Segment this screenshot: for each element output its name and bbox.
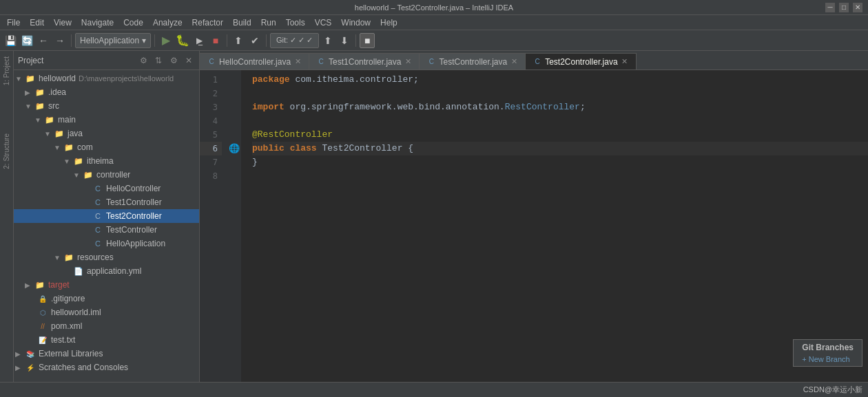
git-push-button[interactable]: ⬆: [320, 33, 335, 48]
tree-target[interactable]: ▶ 📁 target: [14, 278, 199, 292]
menu-file[interactable]: File: [3, 17, 24, 29]
menu-run[interactable]: Run: [257, 17, 280, 29]
tab-hello-controller[interactable]: C HelloController.java ✕: [200, 53, 309, 69]
forward-button[interactable]: →: [52, 33, 68, 48]
editor-content[interactable]: 1 2 3 4 5 6 7 8 🌐: [200, 70, 868, 382]
code-line-8: [252, 169, 868, 183]
tab-hello-controller-close[interactable]: ✕: [293, 58, 302, 66]
tree-hello-controller[interactable]: C HelloController: [14, 182, 199, 195]
code-line-7: }: [252, 155, 868, 169]
sp-restcontroller: RestController: [505, 100, 580, 114]
project-tool-button[interactable]: 1: Project: [1, 54, 12, 88]
tree-root[interactable]: ▼ 📁 helloworld D:\mavenprojects\hellowor…: [14, 72, 199, 85]
tree-itheima[interactable]: ▼ 📁 itheima: [14, 154, 199, 168]
tree-test-controller[interactable]: C TestController: [14, 223, 199, 237]
code-editor[interactable]: package com.itheima.controller; import o…: [241, 70, 868, 382]
ha-label: HelloApplication: [106, 239, 165, 248]
project-settings-button[interactable]: ⚙: [137, 54, 149, 67]
menu-bar: File Edit View Navigate Code Analyze Ref…: [0, 15, 868, 30]
debug-button[interactable]: 🐛: [175, 33, 190, 48]
git-icon: 🔒: [37, 293, 48, 304]
menu-navigate[interactable]: Navigate: [77, 17, 118, 29]
menu-edit[interactable]: Edit: [25, 17, 48, 29]
project-dropdown-label: HelloApplication: [80, 36, 139, 45]
maximize-button[interactable]: □: [839, 3, 849, 12]
sync-button[interactable]: 🔄: [19, 33, 34, 48]
tab-test2-close[interactable]: ✕: [621, 58, 629, 66]
tree-pom[interactable]: // pom.xml: [14, 319, 199, 333]
tree-test2-controller[interactable]: C Test2Controller: [14, 209, 199, 223]
tab-test1-close[interactable]: ✕: [404, 58, 412, 66]
controller-label: controller: [96, 170, 130, 180]
t1c-icon: C: [92, 197, 103, 208]
code-line-5: @RestController: [252, 128, 868, 142]
run-button[interactable]: ▶: [158, 33, 174, 48]
menu-refactor[interactable]: Refactor: [188, 17, 227, 29]
save-button[interactable]: 💾: [3, 33, 18, 48]
tab-test1-controller[interactable]: C Test1Controller.java ✕: [309, 53, 420, 69]
line-num-7: 7: [200, 155, 222, 169]
java-icon: 📁: [54, 128, 65, 139]
project-gear-button[interactable]: ⚙: [167, 54, 180, 67]
yml-icon: 📄: [73, 266, 84, 277]
structure-tool-button[interactable]: 2: Structure: [1, 131, 12, 172]
tree-gitignore[interactable]: 🔒 .gitignore: [14, 292, 199, 305]
tree-com[interactable]: ▼ 📁 com: [14, 140, 199, 154]
back-button[interactable]: ←: [36, 33, 51, 48]
target-arrow: ▶: [25, 281, 34, 289]
menu-help[interactable]: Help: [376, 17, 402, 29]
update-button[interactable]: ⬆: [231, 33, 246, 48]
tc-label: TestController: [106, 225, 157, 235]
minimize-button[interactable]: ─: [825, 3, 835, 12]
commit-button[interactable]: ✔: [247, 33, 262, 48]
itheima-arrow: ▼: [63, 158, 73, 165]
tab-test-controller[interactable]: C TestController.java ✕: [420, 53, 526, 69]
tree-external-libs[interactable]: ▶ 📚 External Libraries: [14, 347, 199, 361]
stop-button[interactable]: ■: [208, 33, 223, 48]
tree-test1-controller[interactable]: C Test1Controller: [14, 195, 199, 209]
iml-label: helloworld.iml: [51, 308, 101, 317]
tab-test-close[interactable]: ✕: [510, 58, 518, 66]
project-dropdown[interactable]: HelloApplication ▾: [75, 33, 151, 48]
menu-code[interactable]: Code: [119, 17, 147, 29]
git-pull-button[interactable]: ⬇: [337, 33, 352, 48]
tree-idea[interactable]: ▶ 📁 .idea: [14, 85, 199, 99]
toolbar-sep-2: [154, 34, 155, 47]
tree-test-txt[interactable]: 📝 test.txt: [14, 333, 199, 347]
tree-iml[interactable]: ⬡ helloworld.iml: [14, 305, 199, 319]
tree-application-yml[interactable]: 📄 application.yml: [14, 264, 199, 278]
controller-icon: 📁: [83, 169, 94, 180]
gutter-8: [227, 169, 241, 183]
status-watermark: CSDN@幸运小新: [803, 385, 862, 395]
project-panel: Project ⚙ ⇅ ⚙ ✕ ▼ 📁 helloworld D:\mavenp…: [14, 51, 200, 382]
menu-vcs[interactable]: VCS: [311, 17, 336, 29]
tree-scratches[interactable]: ▶ ⚡ Scratches and Consoles: [14, 361, 199, 374]
main-arrow: ▼: [34, 116, 44, 124]
run-with-coverage-button[interactable]: ▶̲: [192, 33, 207, 48]
menu-analyze[interactable]: Analyze: [149, 17, 187, 29]
menu-view[interactable]: View: [50, 17, 76, 29]
tree-resources[interactable]: ▼ 📁 resources: [14, 250, 199, 264]
tree-src[interactable]: ▼ 📁 src: [14, 99, 199, 113]
project-sort-button[interactable]: ⇅: [152, 54, 165, 67]
menu-tools[interactable]: Tools: [282, 17, 309, 29]
tab-test2-controller[interactable]: C Test2Controller.java ✕: [526, 53, 636, 69]
git-status[interactable]: Git: ✓ ✓ ✓: [270, 33, 319, 48]
menu-window[interactable]: Window: [337, 17, 375, 29]
gutter-1: [227, 73, 241, 87]
tree-java[interactable]: ▼ 📁 java: [14, 127, 199, 140]
tree-controller[interactable]: ▼ 📁 controller: [14, 168, 199, 182]
project-close-button[interactable]: ✕: [183, 54, 195, 67]
tree-main[interactable]: ▼ 📁 main: [14, 113, 199, 127]
close-button[interactable]: ✕: [853, 3, 862, 12]
ext-arrow: ▶: [15, 350, 25, 358]
scratch-arrow: ▶: [15, 364, 25, 372]
menu-build[interactable]: Build: [229, 17, 256, 29]
cls-close: }: [252, 155, 258, 169]
line-num-8: 8: [200, 169, 222, 183]
active-button[interactable]: ■: [360, 33, 375, 48]
ext-icon: 📚: [25, 348, 36, 359]
gutter-7: [227, 155, 241, 169]
git-new-branch-link[interactable]: + New Branch: [802, 354, 854, 363]
tree-hello-application[interactable]: C HelloApplication: [14, 237, 199, 250]
